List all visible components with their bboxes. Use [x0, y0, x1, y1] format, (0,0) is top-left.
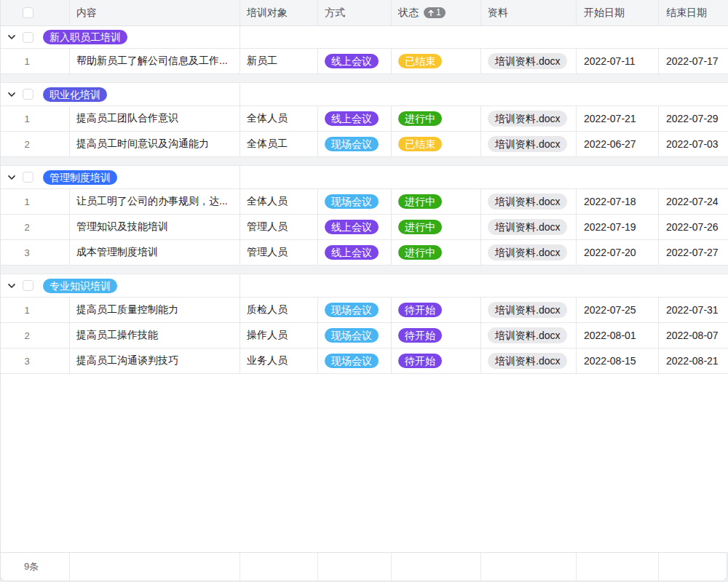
group-checkbox[interactable]: [23, 89, 33, 100]
cell-content[interactable]: 管理知识及技能培训: [70, 215, 240, 239]
cell-status[interactable]: 进行中: [392, 215, 481, 239]
summary-cell-status[interactable]: [392, 553, 481, 581]
cell-start-date[interactable]: 2022-07-19: [577, 215, 659, 239]
cell-end-date[interactable]: 2022-08-21: [659, 348, 728, 373]
cell-status[interactable]: 待开始: [392, 298, 481, 322]
cell-audience[interactable]: 管理人员: [240, 215, 318, 239]
column-header-content[interactable]: 内容: [70, 0, 240, 25]
cell-start-date[interactable]: 2022-07-11: [577, 49, 659, 73]
cell-material[interactable]: 培训资料.docx: [481, 298, 577, 322]
cell-audience[interactable]: 业务人员: [240, 348, 318, 373]
cell-end-date[interactable]: 2022-08-07: [659, 323, 728, 348]
cell-content[interactable]: 提高员工团队合作意识: [70, 106, 240, 131]
row-index-cell[interactable]: 2: [0, 132, 70, 156]
summary-cell-audience[interactable]: [240, 553, 318, 581]
row-index-cell[interactable]: 1: [0, 189, 70, 214]
cell-audience[interactable]: 质检人员: [240, 298, 318, 322]
attachment-chip[interactable]: 培训资料.docx: [488, 353, 567, 369]
cell-end-date[interactable]: 2022-07-26: [659, 215, 728, 239]
cell-content[interactable]: 提高员工时间意识及沟通能力: [70, 132, 240, 156]
cell-end-date[interactable]: 2022-07-24: [659, 189, 728, 214]
cell-end-date[interactable]: 2022-07-29: [659, 106, 728, 131]
cell-material[interactable]: 培训资料.docx: [481, 348, 577, 373]
attachment-chip[interactable]: 培训资料.docx: [488, 136, 567, 152]
cell-material[interactable]: 培训资料.docx: [481, 49, 577, 73]
row-index-cell[interactable]: 2: [0, 215, 70, 239]
cell-material[interactable]: 培训资料.docx: [481, 240, 577, 265]
cell-status[interactable]: 已结束: [392, 49, 481, 73]
chevron-down-icon[interactable]: [7, 172, 17, 183]
cell-start-date[interactable]: 2022-08-01: [577, 323, 659, 348]
cell-method[interactable]: 现场会议: [318, 189, 392, 214]
cell-start-date[interactable]: 2022-07-20: [577, 240, 659, 265]
attachment-chip[interactable]: 培训资料.docx: [488, 327, 567, 343]
cell-material[interactable]: 培训资料.docx: [481, 215, 577, 239]
summary-cell-method[interactable]: [318, 553, 392, 581]
row-index-cell[interactable]: 2: [0, 323, 70, 348]
cell-audience[interactable]: 操作人员: [240, 323, 318, 348]
attachment-chip[interactable]: 培训资料.docx: [488, 53, 567, 69]
cell-material[interactable]: 培训资料.docx: [481, 132, 577, 156]
cell-content[interactable]: 提高员工沟通谈判技巧: [70, 348, 240, 373]
cell-status[interactable]: 待开始: [392, 348, 481, 373]
cell-method[interactable]: 现场会议: [318, 323, 392, 348]
sort-badge[interactable]: 1: [424, 7, 446, 18]
chevron-down-icon[interactable]: [7, 281, 17, 291]
cell-status[interactable]: 待开始: [392, 323, 481, 348]
cell-start-date[interactable]: 2022-06-27: [577, 132, 659, 156]
cell-audience[interactable]: 管理人员: [240, 240, 318, 265]
column-header-method[interactable]: 方式: [318, 0, 392, 25]
group-checkbox[interactable]: [23, 280, 33, 291]
attachment-chip[interactable]: 培训资料.docx: [488, 194, 567, 210]
cell-method[interactable]: 线上会议: [318, 215, 392, 239]
row-index-cell[interactable]: 1: [0, 106, 70, 131]
cell-method[interactable]: 现场会议: [318, 132, 392, 156]
cell-content[interactable]: 提高员工质量控制能力: [70, 298, 240, 322]
cell-start-date[interactable]: 2022-07-18: [577, 189, 659, 214]
chevron-down-icon[interactable]: [7, 32, 17, 42]
cell-start-date[interactable]: 2022-07-25: [577, 298, 659, 322]
cell-method[interactable]: 现场会议: [318, 348, 392, 373]
cell-content[interactable]: 提高员工操作技能: [70, 323, 240, 348]
cell-status[interactable]: 进行中: [392, 189, 481, 214]
summary-cell-end-date[interactable]: [659, 553, 727, 581]
group-checkbox[interactable]: [23, 172, 33, 183]
cell-end-date[interactable]: 2022-07-31: [659, 298, 728, 322]
cell-content[interactable]: 帮助新员工了解公司信息及工作...: [70, 49, 240, 73]
row-index-cell[interactable]: 3: [0, 348, 70, 373]
attachment-chip[interactable]: 培训资料.docx: [488, 111, 567, 127]
cell-audience[interactable]: 全体人员: [240, 106, 318, 131]
cell-material[interactable]: 培训资料.docx: [481, 189, 577, 214]
summary-cell-content[interactable]: [70, 553, 240, 581]
attachment-chip[interactable]: 培训资料.docx: [488, 302, 567, 318]
row-index-cell[interactable]: 1: [0, 298, 70, 322]
attachment-chip[interactable]: 培训资料.docx: [488, 219, 567, 235]
cell-method[interactable]: 线上会议: [318, 240, 392, 265]
group-checkbox[interactable]: [23, 32, 33, 43]
cell-end-date[interactable]: 2022-07-03: [659, 132, 728, 156]
cell-start-date[interactable]: 2022-08-15: [577, 348, 659, 373]
cell-end-date[interactable]: 2022-07-27: [659, 240, 728, 265]
column-header-material[interactable]: 资料: [481, 0, 577, 25]
cell-content[interactable]: 成本管理制度培训: [70, 240, 240, 265]
column-header-audience[interactable]: 培训对象: [240, 0, 318, 25]
column-header-end-date[interactable]: 结束日期: [659, 0, 728, 25]
cell-audience[interactable]: 全体人员: [240, 189, 318, 214]
cell-audience[interactable]: 新员工: [240, 49, 318, 73]
cell-status[interactable]: 进行中: [392, 240, 481, 265]
cell-method[interactable]: 线上会议: [318, 106, 392, 131]
column-header-status[interactable]: 状态1: [392, 0, 481, 25]
row-index-cell[interactable]: 3: [0, 240, 70, 265]
chevron-down-icon[interactable]: [7, 89, 17, 100]
attachment-chip[interactable]: 培训资料.docx: [488, 244, 567, 260]
select-all-checkbox[interactable]: [23, 7, 33, 18]
cell-start-date[interactable]: 2022-07-21: [577, 106, 659, 131]
cell-audience[interactable]: 全体员工: [240, 132, 318, 156]
cell-material[interactable]: 培训资料.docx: [481, 323, 577, 348]
cell-method[interactable]: 线上会议: [318, 49, 392, 73]
cell-end-date[interactable]: 2022-07-17: [659, 49, 728, 73]
column-header-start-date[interactable]: 开始日期: [577, 0, 659, 25]
cell-method[interactable]: 现场会议: [318, 298, 392, 322]
cell-content[interactable]: 让员工明了公司的办事规则，达...: [70, 189, 240, 214]
cell-status[interactable]: 已结束: [392, 132, 481, 156]
